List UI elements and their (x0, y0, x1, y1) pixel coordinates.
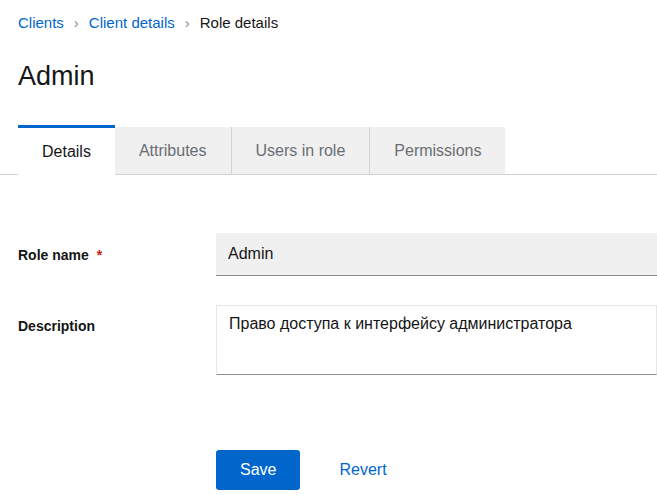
role-details-form: Role name * Description Право доступа к … (0, 233, 657, 379)
role-name-field-wrapper (216, 233, 657, 276)
role-details-page: Clients › Client details › Role details … (0, 0, 657, 495)
breadcrumb-current-role-details: Role details (200, 14, 278, 31)
description-textarea[interactable]: Право доступа к интерфейсу администратор… (216, 305, 657, 375)
tab-details[interactable]: Details (18, 125, 115, 175)
breadcrumb-separator-icon: › (74, 15, 79, 30)
breadcrumb-link-clients[interactable]: Clients (18, 14, 64, 31)
description-row: Description Право доступа к интерфейсу а… (18, 305, 657, 379)
description-label: Description (18, 305, 216, 379)
tab-attributes[interactable]: Attributes (115, 127, 231, 174)
description-label-text: Description (18, 318, 95, 334)
breadcrumb-separator-icon: › (185, 15, 190, 30)
breadcrumb: Clients › Client details › Role details (0, 0, 657, 31)
revert-button[interactable]: Revert (339, 461, 386, 479)
page-title: Admin (18, 60, 657, 92)
breadcrumb-link-client-details[interactable]: Client details (89, 14, 175, 31)
form-actions: Save Revert (0, 450, 657, 490)
save-button[interactable]: Save (216, 450, 300, 490)
role-name-row: Role name * (18, 233, 657, 276)
tab-permissions[interactable]: Permissions (369, 127, 505, 174)
role-name-label: Role name * (18, 233, 216, 276)
description-field-wrapper: Право доступа к интерфейсу администратор… (216, 305, 657, 379)
tab-bar: Details Attributes Users in role Permiss… (0, 125, 657, 175)
required-asterisk: * (97, 247, 102, 263)
role-name-input[interactable] (216, 233, 657, 276)
role-name-label-text: Role name (18, 247, 89, 263)
tab-users-in-role[interactable]: Users in role (231, 127, 370, 174)
